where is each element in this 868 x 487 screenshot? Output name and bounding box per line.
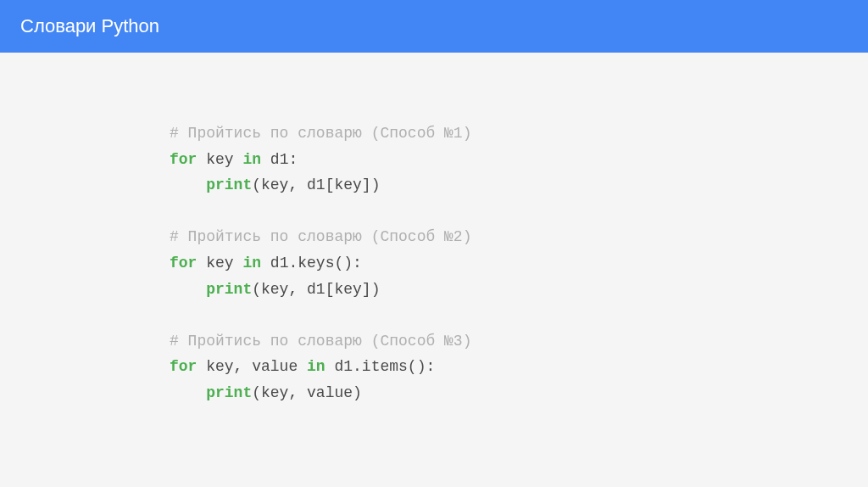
slide-title: Словари Python	[20, 15, 159, 36]
code-comment-1: # Пройтись по словарю (Способ №1)	[170, 120, 868, 147]
code-block: # Пройтись по словарю (Способ №1) for ke…	[170, 120, 868, 406]
code-for-3: for key, value in d1.items():	[170, 354, 868, 380]
code-for-1: for key in d1:	[170, 147, 868, 173]
code-comment-3: # Пройтись по словарю (Способ №3)	[170, 328, 868, 355]
code-blank	[170, 199, 868, 225]
code-for-2: for key in d1.keys():	[170, 250, 868, 277]
code-print-3: print(key, value)	[170, 380, 868, 406]
code-print-1: print(key, d1[key])	[170, 172, 868, 199]
slide-content: # Пройтись по словарю (Способ №1) for ke…	[0, 53, 868, 406]
slide-header: Словари Python	[0, 0, 868, 53]
code-comment-2: # Пройтись по словарю (Способ №2)	[170, 224, 868, 250]
code-blank	[170, 302, 868, 328]
code-print-2: print(key, d1[key])	[170, 277, 868, 303]
